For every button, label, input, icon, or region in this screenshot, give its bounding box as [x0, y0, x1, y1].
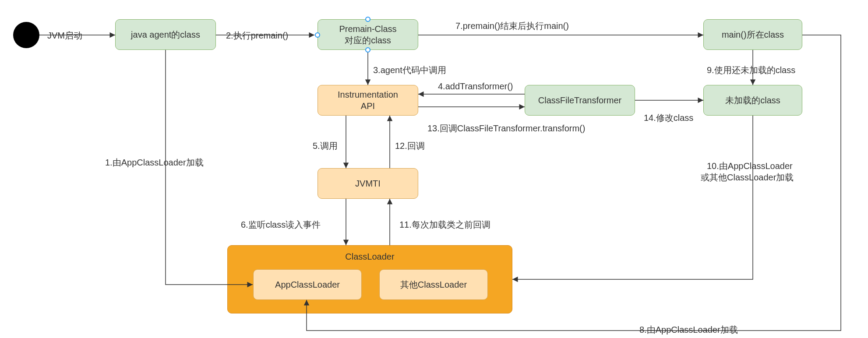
node-premain-class-label: Premain-Class 对应的class	[339, 23, 396, 46]
node-other-classloader: 其他ClassLoader	[379, 269, 488, 300]
edge-label-12: 12.回调	[395, 140, 425, 152]
edge-label-11: 11.每次加载类之前回调	[399, 219, 490, 231]
edge-label-4: 4.addTransformer()	[438, 81, 513, 92]
edge-label-10a: 10.由AppClassLoader	[707, 160, 793, 172]
node-unloaded-label: 未加载的class	[725, 95, 780, 106]
classloader-group-title: ClassLoader	[228, 251, 512, 262]
node-instrumentation-api: Instrumentation API	[318, 85, 418, 116]
node-appcl-label: AppClassLoader	[275, 279, 340, 290]
edge-label-2: 2.执行premain()	[226, 30, 288, 42]
edge-label-9: 9.使用还未加载的class	[707, 64, 795, 76]
edge-label-1: 1.由AppClassLoader加载	[105, 157, 204, 169]
port-icon	[365, 47, 370, 53]
node-classfiletransformer: ClassFileTransformer	[525, 85, 635, 116]
start-node	[13, 22, 39, 48]
node-jvmti: JVMTI	[318, 168, 418, 199]
edge-label-13: 13.回调ClassFileTransformer.transform()	[427, 123, 585, 134]
edge-label-5: 5.调用	[313, 140, 338, 152]
port-icon	[315, 32, 320, 38]
edge-label-10b: 或其他ClassLoader加载	[701, 172, 794, 183]
edge-label-8: 8.由AppClassLoader加载	[639, 324, 738, 336]
node-instr-label: Instrumentation API	[338, 89, 398, 112]
edge-label-start: JVM启动	[47, 30, 82, 42]
node-jvmti-label: JVMTI	[355, 178, 381, 189]
node-java-agent-label: java agent的class	[131, 29, 200, 40]
node-java-agent: java agent的class	[115, 19, 216, 50]
edge-label-3: 3.agent代码中调用	[373, 64, 446, 76]
port-icon	[365, 17, 370, 22]
node-othercl-label: 其他ClassLoader	[400, 279, 467, 290]
node-app-classloader: AppClassLoader	[253, 269, 362, 300]
edge-label-7: 7.premain()结束后执行main()	[455, 20, 569, 32]
diagram-root: java agent的class Premain-Class 对应的class …	[0, 0, 868, 338]
node-premain-class: Premain-Class 对应的class	[318, 19, 418, 50]
edge-label-14: 14.修改class	[644, 112, 693, 124]
node-cft-label: ClassFileTransformer	[538, 95, 621, 106]
node-classloader-group: ClassLoader AppClassLoader 其他ClassLoader	[227, 245, 512, 313]
node-main-class-label: main()所在class	[722, 29, 784, 40]
node-unloaded-class: 未加载的class	[703, 85, 802, 116]
node-main-class: main()所在class	[703, 19, 802, 50]
edge-label-6: 6.监听class读入事件	[241, 219, 321, 231]
